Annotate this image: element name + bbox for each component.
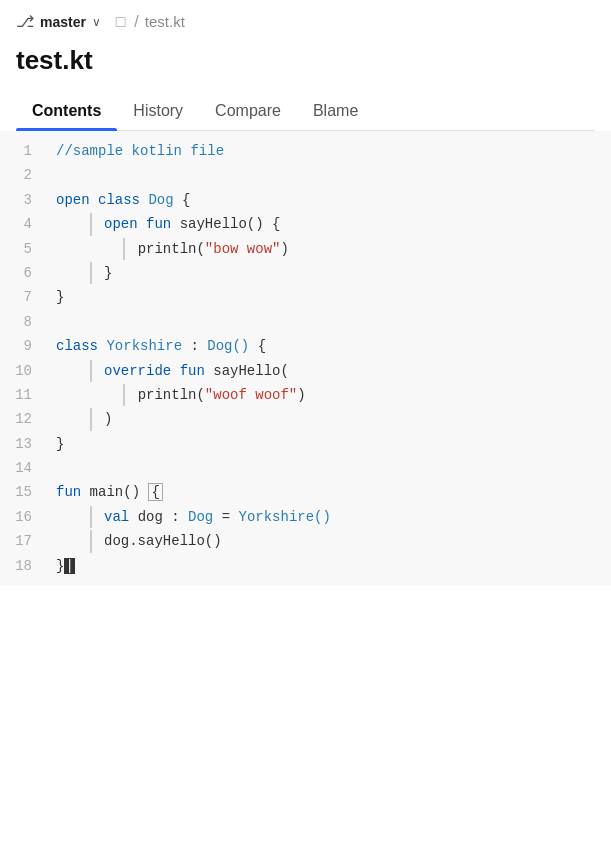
line-code: class Yorkshire : Dog() { bbox=[48, 334, 611, 358]
table-row: 18 }| bbox=[0, 554, 611, 578]
line-code: }| bbox=[48, 554, 611, 578]
tab-blame[interactable]: Blame bbox=[297, 92, 374, 130]
chevron-down-icon: ∨ bbox=[92, 15, 101, 29]
line-code: } bbox=[48, 285, 611, 309]
line-number: 2 bbox=[0, 163, 48, 187]
line-number: 14 bbox=[0, 456, 48, 480]
line-number: 11 bbox=[0, 383, 48, 407]
line-number: 4 bbox=[0, 212, 48, 236]
table-row: 11 println("woof woof") bbox=[0, 383, 611, 407]
line-code bbox=[48, 310, 611, 334]
line-number: 18 bbox=[0, 554, 48, 578]
table-row: 14 bbox=[0, 456, 611, 480]
line-code bbox=[48, 456, 611, 480]
page-title: test.kt bbox=[16, 45, 595, 76]
line-number: 12 bbox=[0, 407, 48, 431]
table-row: 5 println("bow wow") bbox=[0, 237, 611, 261]
code-viewer: 1 //sample kotlin file 2 3 open class Do… bbox=[0, 131, 611, 586]
line-number: 10 bbox=[0, 359, 48, 383]
line-code: open class Dog { bbox=[48, 188, 611, 212]
tab-bar: Contents History Compare Blame bbox=[16, 92, 595, 131]
table-row: 17 dog.sayHello() bbox=[0, 529, 611, 553]
line-code: open fun sayHello() { bbox=[48, 212, 611, 236]
tab-history[interactable]: History bbox=[117, 92, 199, 130]
line-code: //sample kotlin file bbox=[48, 139, 611, 163]
branch-name[interactable]: master bbox=[40, 14, 86, 30]
line-code: println("woof woof") bbox=[48, 383, 611, 407]
page-header: ⎇ master ∨ □ / test.kt test.kt Contents … bbox=[0, 0, 611, 131]
breadcrumb-filename[interactable]: test.kt bbox=[145, 13, 185, 30]
table-row: 2 bbox=[0, 163, 611, 187]
line-code: dog.sayHello() bbox=[48, 529, 611, 553]
line-code: override fun sayHello( bbox=[48, 359, 611, 383]
table-row: 3 open class Dog { bbox=[0, 188, 611, 212]
line-number: 7 bbox=[0, 285, 48, 309]
line-code bbox=[48, 163, 611, 187]
tab-contents[interactable]: Contents bbox=[16, 92, 117, 130]
table-row: 13 } bbox=[0, 432, 611, 456]
line-code: ) bbox=[48, 407, 611, 431]
line-code: } bbox=[48, 432, 611, 456]
line-number: 6 bbox=[0, 261, 48, 285]
table-row: 8 bbox=[0, 310, 611, 334]
breadcrumb-separator: □ / bbox=[107, 13, 139, 31]
table-row: 7 } bbox=[0, 285, 611, 309]
table-row: 16 val dog : Dog = Yorkshire() bbox=[0, 505, 611, 529]
table-row: 10 override fun sayHello( bbox=[0, 359, 611, 383]
line-number: 9 bbox=[0, 334, 48, 358]
line-code: } bbox=[48, 261, 611, 285]
line-code: val dog : Dog = Yorkshire() bbox=[48, 505, 611, 529]
table-row: 15 fun main() { bbox=[0, 480, 611, 504]
table-row: 6 } bbox=[0, 261, 611, 285]
line-number: 16 bbox=[0, 505, 48, 529]
line-number: 8 bbox=[0, 310, 48, 334]
table-row: 12 ) bbox=[0, 407, 611, 431]
table-row: 9 class Yorkshire : Dog() { bbox=[0, 334, 611, 358]
line-number: 1 bbox=[0, 139, 48, 163]
branch-selector[interactable]: ⎇ master ∨ □ / test.kt bbox=[16, 12, 595, 31]
line-number: 3 bbox=[0, 188, 48, 212]
table-row: 4 open fun sayHello() { bbox=[0, 212, 611, 236]
line-number: 5 bbox=[0, 237, 48, 261]
line-code: fun main() { bbox=[48, 480, 611, 504]
code-table: 1 //sample kotlin file 2 3 open class Do… bbox=[0, 139, 611, 578]
line-number: 13 bbox=[0, 432, 48, 456]
line-code: println("bow wow") bbox=[48, 237, 611, 261]
tab-compare[interactable]: Compare bbox=[199, 92, 297, 130]
line-number: 17 bbox=[0, 529, 48, 553]
branch-icon: ⎇ bbox=[16, 12, 34, 31]
line-number: 15 bbox=[0, 480, 48, 504]
table-row: 1 //sample kotlin file bbox=[0, 139, 611, 163]
